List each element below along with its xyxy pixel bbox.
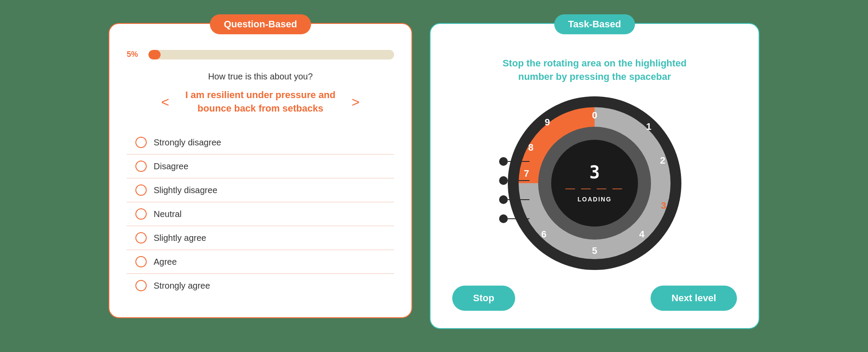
option-strongly-agree[interactable]: Strongly agree [127, 274, 394, 297]
dial-num-1: 1 [646, 121, 651, 132]
dot-line-1 [508, 161, 529, 162]
radio-agree[interactable] [135, 256, 147, 267]
dial-num-0: 0 [592, 110, 597, 121]
dial-dashes: — — — — [566, 183, 624, 194]
option-label-disagree: Disagree [154, 161, 188, 171]
option-strongly-disagree[interactable]: Strongly disagree [127, 131, 394, 155]
dot-line-2 [508, 180, 529, 181]
option-label-neutral: Neutral [154, 209, 181, 219]
dial-center: 3 — — — — LOADING [551, 140, 638, 227]
task-based-badge: Task-Based [554, 14, 635, 34]
option-neutral[interactable]: Neutral [127, 202, 394, 226]
progress-bar-background [148, 50, 394, 59]
dial-num-8: 8 [528, 142, 533, 153]
dot-line-3 [508, 199, 529, 200]
progress-label: 5% [127, 50, 142, 59]
main-container: Question-Based 5% How true is this about… [74, 0, 794, 352]
task-based-card: Task-Based Stop the rotating area on the… [430, 23, 760, 329]
side-dot-3 [499, 195, 508, 204]
side-dot-1 [499, 157, 508, 166]
radio-disagree[interactable] [135, 161, 147, 172]
option-label-slightly-disagree: Slightly disagree [154, 185, 217, 195]
task-buttons: Stop Next level [448, 286, 741, 311]
option-label-strongly-disagree: Strongly disagree [154, 138, 221, 148]
dial-loading-text: LOADING [578, 196, 612, 203]
dial-num-5: 5 [592, 245, 597, 257]
stop-button[interactable]: Stop [452, 286, 515, 311]
dial-num-3: 3 [661, 200, 666, 211]
option-label-agree: Agree [154, 257, 177, 267]
side-dot-2 [499, 176, 508, 185]
next-level-button[interactable]: Next level [651, 286, 737, 311]
radio-neutral[interactable] [135, 208, 147, 220]
side-dot-4 [499, 214, 508, 223]
radio-slightly-agree[interactable] [135, 232, 147, 243]
prev-arrow[interactable]: < [161, 95, 169, 109]
dial-inner-ring: 3 — — — — LOADING [538, 127, 651, 240]
dial-num-4: 4 [639, 229, 644, 240]
task-instruction: Stop the rotating area on the highlighte… [486, 57, 703, 84]
options-list: Strongly disagree Disagree Slightly disa… [127, 131, 394, 297]
option-slightly-disagree[interactable]: Slightly disagree [127, 178, 394, 202]
question-based-badge: Question-Based [210, 14, 311, 34]
question-prompt: How true is this about you? [127, 72, 394, 82]
radio-slightly-disagree[interactable] [135, 184, 147, 196]
question-based-card: Question-Based 5% How true is this about… [108, 23, 412, 318]
option-disagree[interactable]: Disagree [127, 155, 394, 178]
progress-row: 5% [127, 50, 394, 59]
dial-ring: 0 1 2 3 4 5 6 7 8 9 [519, 107, 671, 259]
dot-line-4 [508, 218, 529, 219]
dial-wrapper: 0 1 2 3 4 5 6 7 8 9 [508, 96, 681, 270]
dial-num-6: 6 [541, 229, 546, 240]
radio-strongly-agree[interactable] [135, 280, 147, 291]
dial-num-2: 2 [660, 155, 665, 166]
dial-current-number: 3 [589, 164, 600, 181]
next-arrow[interactable]: > [352, 95, 360, 109]
question-nav: < I am resilient under pressure and boun… [127, 89, 394, 115]
option-label-strongly-agree: Strongly agree [154, 281, 210, 291]
option-label-slightly-agree: Slightly agree [154, 233, 206, 243]
dial-num-9: 9 [545, 117, 550, 128]
progress-bar-fill [148, 50, 161, 59]
question-text: I am resilient under pressure and bounce… [178, 89, 343, 115]
option-agree[interactable]: Agree [127, 250, 394, 274]
radio-strongly-disagree[interactable] [135, 137, 147, 148]
option-slightly-agree[interactable]: Slightly agree [127, 226, 394, 250]
dial-outer: 0 1 2 3 4 5 6 7 8 9 [508, 96, 681, 270]
